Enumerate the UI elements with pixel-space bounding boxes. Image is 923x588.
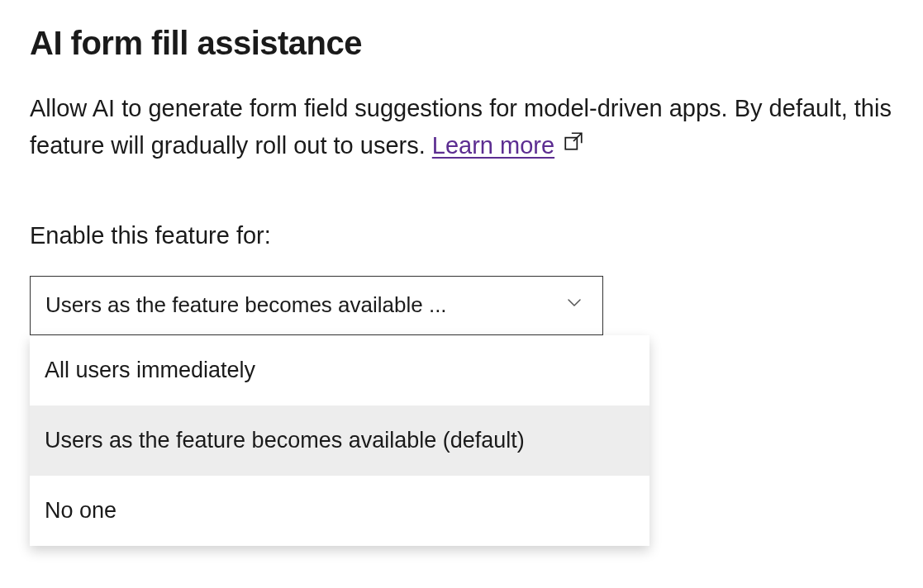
section-heading: AI form fill assistance — [30, 25, 893, 62]
select-value: Users as the feature becomes available .… — [45, 292, 447, 318]
enable-feature-label: Enable this feature for: — [30, 222, 893, 249]
option-no-one[interactable]: No one — [30, 476, 649, 546]
enable-feature-options: All users immediately Users as the featu… — [30, 335, 649, 546]
option-users-as-available-default[interactable]: Users as the feature becomes available (… — [30, 405, 649, 476]
learn-more-link[interactable]: Learn more — [432, 132, 554, 159]
chevron-down-icon — [564, 292, 584, 318]
option-all-users-immediately[interactable]: All users immediately — [30, 335, 649, 405]
option-label: Users as the feature becomes available (… — [45, 428, 525, 453]
external-link-icon — [563, 126, 584, 163]
section-description: Allow AI to generate form field suggesti… — [30, 90, 893, 164]
enable-feature-select[interactable]: Users as the feature becomes available .… — [30, 276, 603, 335]
option-label: No one — [45, 498, 117, 524]
option-label: All users immediately — [45, 358, 255, 383]
